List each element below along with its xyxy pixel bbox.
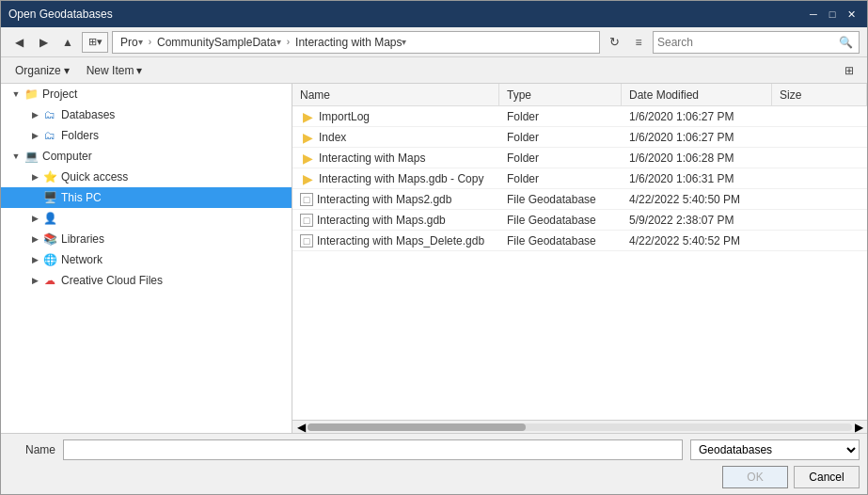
file-size-maps-gdb [772, 210, 867, 230]
breadcrumb-interacting-with-maps[interactable]: Interacting with Maps ▾ [292, 32, 410, 53]
scroll-track[interactable] [308, 423, 852, 431]
file-date-maps-delete-gdb: 4/22/2022 5:40:52 PM [622, 231, 772, 250]
right-panel: Name Type Date Modified Size ▶ ImportLog [292, 84, 867, 433]
navigation-toolbar: ◀ ▶ ▲ ⊞▾ Pro ▾ › CommunitySampleData ▾ ›… [1, 27, 867, 57]
tree-item-creative-cloud[interactable]: ▶ ☁ Creative Cloud Files [1, 270, 292, 291]
expand-icon-person: ▶ [27, 211, 42, 226]
computer-icon: 💻 [24, 149, 39, 164]
breadcrumb-communitysampledata[interactable]: CommunitySampleData ▾ [153, 32, 285, 53]
file-size-interacting-maps-copy [772, 168, 867, 188]
main-content: ▼ 📁 Project ▶ 🗂 Databases ▶ 🗂 Folders ▼ … [1, 84, 867, 433]
file-name-interacting-maps-copy: ▶ Interacting with Maps.gdb - Copy [292, 168, 499, 188]
file-name-interacting-maps: ▶ Interacting with Maps [292, 148, 499, 168]
minimize-button[interactable]: ─ [805, 7, 822, 22]
folder-icon-databases: 🗂 [42, 107, 57, 122]
tree-item-folders[interactable]: ▶ 🗂 Folders [1, 125, 292, 146]
expand-icon-folders: ▶ [27, 128, 42, 143]
col-header-date[interactable]: Date Modified [622, 84, 772, 105]
filename-input[interactable] [63, 439, 683, 460]
file-name-maps2-gdb: □ Interacting with Maps2.gdb [292, 189, 499, 209]
file-row-interacting-maps[interactable]: ▶ Interacting with Maps Folder 1/6/2020 … [292, 148, 867, 168]
search-button[interactable]: 🔍 [837, 36, 855, 49]
scroll-right-button[interactable]: ▶ [852, 421, 865, 433]
search-box: 🔍 [653, 31, 860, 54]
file-row-maps2-gdb[interactable]: □ Interacting with Maps2.gdb File Geodat… [292, 189, 867, 210]
expand-icon-computer: ▼ [8, 149, 24, 164]
tree-item-network[interactable]: ▶ 🌐 Network [1, 249, 292, 270]
cancel-button[interactable]: Cancel [794, 466, 860, 488]
file-date-importlog: 1/6/2020 1:06:27 PM [622, 106, 772, 126]
file-type-interacting-maps-copy: Folder [499, 168, 622, 188]
tree-item-databases[interactable]: ▶ 🗂 Databases [1, 104, 292, 125]
view-dropdown-button[interactable]: ⊞▾ [82, 32, 108, 53]
expand-icon-libraries: ▶ [27, 232, 42, 247]
col-header-name[interactable]: Name [292, 84, 499, 105]
file-row-maps-gdb[interactable]: □ Interacting with Maps.gdb File Geodata… [292, 210, 867, 231]
expand-icon-this-pc [27, 190, 42, 205]
tree-item-this-pc[interactable]: 🖥️ This PC [1, 187, 292, 208]
folder-icon-folders: 🗂 [42, 128, 57, 143]
file-size-interacting-maps [772, 148, 867, 168]
file-row-maps-delete-gdb[interactable]: □ Interacting with Maps_Delete.gdb File … [292, 231, 867, 251]
tree-item-libraries[interactable]: ▶ 📚 Libraries [1, 229, 292, 249]
maximize-button[interactable]: □ [824, 7, 841, 22]
tree-label-network: Network [61, 253, 103, 266]
up-button[interactable]: ▲ [57, 32, 78, 53]
folder-icon-interacting-maps: ▶ [300, 151, 315, 166]
close-button[interactable]: ✕ [843, 7, 860, 22]
library-icon: 📚 [42, 232, 57, 247]
breadcrumb-pro[interactable]: Pro ▾ [117, 32, 147, 53]
file-type-interacting-maps: Folder [499, 148, 622, 168]
file-date-maps-gdb: 5/9/2022 2:38:07 PM [622, 210, 772, 230]
file-row-importlog[interactable]: ▶ ImportLog Folder 1/6/2020 1:06:27 PM [292, 106, 867, 127]
view-toggle-button[interactable]: ⊞ [839, 60, 860, 81]
bottom-bar: Name Geodatabases OK Cancel [1, 433, 867, 494]
col-header-size[interactable]: Size [772, 84, 867, 105]
folder-icon-importlog: ▶ [300, 109, 315, 124]
file-type-select[interactable]: Geodatabases [690, 439, 860, 460]
file-size-index [772, 127, 867, 147]
buttons-row: OK Cancel [8, 466, 860, 488]
tree-item-person[interactable]: ▶ 👤 [1, 208, 292, 229]
expand-icon-network: ▶ [27, 252, 42, 267]
horizontal-scrollbar[interactable]: ◀ ▶ [292, 420, 867, 433]
organize-button[interactable]: Organize ▾ [8, 60, 76, 81]
open-geodatabases-dialog: Open Geodatabases ─ □ ✕ ◀ ▶ ▲ ⊞▾ Pro ▾ ›… [0, 0, 868, 495]
folder-icon-index: ▶ [300, 130, 315, 145]
file-type-maps2-gdb: File Geodatabase [499, 189, 622, 209]
file-size-maps-delete-gdb [772, 231, 867, 250]
gdb-icon-maps: □ [300, 214, 313, 227]
file-row-index[interactable]: ▶ Index Folder 1/6/2020 1:06:27 PM [292, 127, 867, 148]
refresh-button[interactable]: ↻ [604, 32, 624, 53]
col-header-type[interactable]: Type [499, 84, 622, 105]
file-size-maps2-gdb [772, 189, 867, 209]
tree-item-project[interactable]: ▼ 📁 Project [1, 84, 292, 104]
scroll-thumb[interactable] [308, 423, 526, 431]
folder-icon-interacting-maps-copy: ▶ [300, 171, 315, 186]
file-date-interacting-maps: 1/6/2020 1:06:28 PM [622, 148, 772, 168]
file-list-header: Name Type Date Modified Size [292, 84, 867, 106]
file-list: ▶ ImportLog Folder 1/6/2020 1:06:27 PM ▶… [292, 106, 867, 420]
person-icon: 👤 [42, 211, 57, 226]
new-item-button[interactable]: New Item ▾ [80, 60, 150, 81]
title-bar: Open Geodatabases ─ □ ✕ [1, 1, 867, 27]
expand-icon-creative-cloud: ▶ [27, 273, 42, 288]
file-row-interacting-maps-copy[interactable]: ▶ Interacting with Maps.gdb - Copy Folde… [292, 168, 867, 189]
tree-item-computer[interactable]: ▼ 💻 Computer [1, 146, 292, 167]
tree-item-quick-access[interactable]: ▶ ⭐ Quick access [1, 167, 292, 187]
file-date-interacting-maps-copy: 1/6/2020 1:06:31 PM [622, 168, 772, 188]
back-button[interactable]: ◀ [8, 32, 29, 53]
file-type-maps-delete-gdb: File Geodatabase [499, 231, 622, 250]
expand-icon-quick-access: ▶ [27, 169, 42, 184]
tree-label-libraries: Libraries [61, 232, 104, 246]
file-date-index: 1/6/2020 1:06:27 PM [622, 127, 772, 147]
left-panel-tree: ▼ 📁 Project ▶ 🗂 Databases ▶ 🗂 Folders ▼ … [1, 84, 292, 433]
tree-label-this-pc: This PC [61, 191, 102, 204]
network-icon: 🌐 [42, 252, 57, 267]
forward-button[interactable]: ▶ [33, 32, 54, 53]
scroll-left-button[interactable]: ◀ [294, 421, 308, 433]
breadcrumb-bar[interactable]: Pro ▾ › CommunitySampleData ▾ › Interact… [112, 31, 600, 54]
ok-button[interactable]: OK [722, 466, 788, 488]
recent-locations-button[interactable]: ≡ [628, 32, 649, 53]
search-input[interactable] [657, 36, 837, 49]
